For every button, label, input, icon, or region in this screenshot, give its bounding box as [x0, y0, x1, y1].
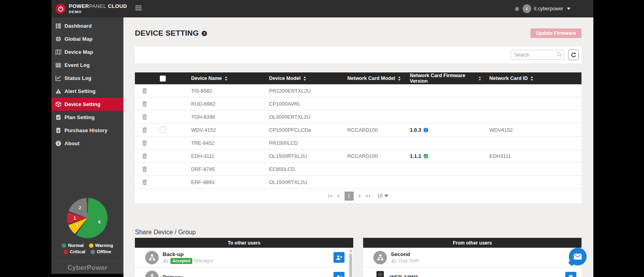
bell-icon[interactable]	[514, 6, 520, 12]
network-card-model-cell: RCCARD100	[339, 153, 403, 159]
trash-icon[interactable]	[142, 140, 147, 146]
device-image	[375, 271, 386, 277]
trash-icon[interactable]	[142, 153, 147, 159]
brand-title: POWERPANEL CLOUD	[69, 4, 127, 9]
device-model-cell: OL1500RTXL2U	[261, 179, 339, 185]
legend-label: Critical	[70, 249, 85, 254]
pie-slice-value: 6	[98, 220, 100, 224]
svg-text:?: ?	[203, 31, 206, 36]
pagination-prev-button[interactable]	[337, 194, 339, 197]
row-checkbox[interactable]	[160, 127, 166, 133]
user-name[interactable]: it.cyberpower	[534, 6, 563, 11]
pagination-first-button[interactable]	[328, 194, 332, 198]
update-firmware-button[interactable]: Update Firmware	[530, 28, 581, 38]
share-row-primary: Primary	[135, 268, 353, 277]
device-model-cell: PR2200ERTXL2U	[261, 88, 339, 94]
sidebar-item-device-setting[interactable]: Device Setting	[51, 98, 123, 111]
sidebar-item-label: Plan Setting	[64, 114, 95, 120]
share-from-others-panel: From other users SecondDay ShiftWED-12W3	[363, 238, 581, 277]
share-name: Primary	[163, 274, 182, 277]
column-header-network-card-firmware-version[interactable]: Network Card Firmware Version	[403, 73, 481, 84]
device-row-wdv-4152: WDV-4152CP1500PFCLCDaRCCARD1001.0.3WDV41…	[135, 123, 581, 137]
legend-label: Normal	[68, 243, 84, 248]
check-circle-icon	[423, 154, 428, 159]
alert-icon	[55, 88, 61, 94]
group-avatar	[145, 271, 159, 277]
sidebar-item-label: Dashboard	[64, 23, 92, 29]
support-chat-button[interactable]	[569, 248, 587, 266]
sidebar-item-dashboard[interactable]: Dashboard	[51, 19, 123, 32]
device-row-erf-4893: ERF-4893OL1500RTXL2U	[135, 176, 581, 189]
users-icon	[163, 258, 169, 263]
trash-on-blue-icon	[568, 275, 573, 277]
legend-label: Warning	[95, 243, 114, 248]
select-all-checkbox[interactable]	[160, 76, 166, 82]
share-section-heading: Share Device / Group	[135, 229, 581, 236]
trash-icon[interactable]	[142, 166, 147, 172]
sidebar-item-alert-setting[interactable]: Alert Setting	[51, 85, 123, 98]
sidebar-item-label: Device Setting	[64, 101, 100, 107]
device-setting-icon	[55, 101, 61, 107]
sort-icon	[303, 76, 306, 81]
main-content: DEVICE SETTING ? Update Firmware Device …	[123, 17, 593, 277]
legend-item-critical: Critical	[64, 249, 85, 254]
sidebar-item-global-map[interactable]: Global Map	[51, 32, 123, 46]
refresh-button[interactable]	[568, 49, 579, 60]
group-icon	[377, 254, 384, 261]
device-name-cell: DRF-8745	[183, 166, 261, 172]
device-name-cell: RUD-6982	[183, 101, 261, 107]
sort-icon	[225, 76, 227, 81]
user-plus-icon	[336, 275, 343, 277]
add-user-button[interactable]	[333, 252, 345, 263]
share-name: Second	[391, 251, 419, 257]
delete-share-button[interactable]	[565, 272, 576, 277]
column-header-device-name[interactable]: Device Name	[183, 76, 261, 81]
sidebar-item-about[interactable]: About	[51, 137, 123, 150]
column-header-device-model[interactable]: Device Model	[261, 76, 339, 81]
trash-icon[interactable]	[142, 88, 147, 94]
sidebar-item-label: Purchase History	[64, 127, 108, 133]
scrollbar-thumb[interactable]	[349, 254, 352, 277]
sidebar-item-event-log[interactable]: Event Log	[51, 59, 123, 72]
panel-title: To other users	[135, 238, 353, 248]
trash-icon[interactable]	[142, 127, 147, 133]
refresh-icon	[571, 52, 576, 58]
group-avatar	[373, 251, 387, 264]
share-role: Manager	[194, 258, 214, 264]
trash-icon[interactable]	[142, 114, 147, 120]
sidebar: DashboardGlobal MapDevice MapEvent LogSt…	[51, 17, 123, 274]
hamburger-menu-icon[interactable]	[135, 6, 142, 11]
share-name: Back-up	[163, 251, 214, 257]
user-avatar[interactable]: I	[523, 4, 531, 13]
trash-icon[interactable]	[142, 101, 147, 107]
sidebar-item-status-log[interactable]: Status Log	[51, 72, 123, 85]
group-icon	[149, 274, 155, 277]
sidebar-item-label: Device Map	[64, 49, 93, 55]
device-row-drf-8745: DRF-8745EC850LCD	[135, 163, 581, 176]
share-row-back-up: Back-upAcceptedManager	[135, 248, 353, 268]
pagination-next-button[interactable]	[359, 194, 361, 197]
device-table: Device Name Device Model Network Card Mo…	[135, 72, 581, 203]
column-header-network-card-model[interactable]: Network Card Model	[339, 76, 403, 81]
sidebar-item-plan-setting[interactable]: Plan Setting	[51, 111, 123, 124]
sidebar-item-device-map[interactable]: Device Map	[51, 46, 123, 59]
sort-icon	[530, 76, 533, 81]
sort-icon	[398, 76, 401, 81]
column-header-network-card-id[interactable]: Network Card ID	[481, 76, 581, 81]
sidebar-item-purchase-history[interactable]: $Purchase History	[51, 124, 123, 137]
panel-scrollbar[interactable]	[349, 248, 353, 277]
network-card-model-cell: RCCARD100	[339, 127, 403, 133]
device-map-icon	[55, 49, 61, 55]
scroll-up-arrow-icon[interactable]	[350, 250, 352, 252]
device-model-cell: OL1500RTXL2U	[261, 153, 339, 159]
pagination-last-button[interactable]	[366, 194, 370, 198]
about-icon	[55, 140, 61, 146]
help-icon[interactable]: ?	[201, 30, 207, 36]
page-size-selector[interactable]: 10	[377, 193, 388, 199]
table-toolbar	[135, 46, 581, 63]
pie-slice-value: 2	[79, 205, 81, 210]
chevron-down-icon[interactable]	[567, 8, 570, 10]
add-user-button[interactable]	[333, 272, 345, 277]
pagination-current-page[interactable]: 1	[345, 192, 354, 201]
trash-icon[interactable]	[142, 179, 147, 185]
